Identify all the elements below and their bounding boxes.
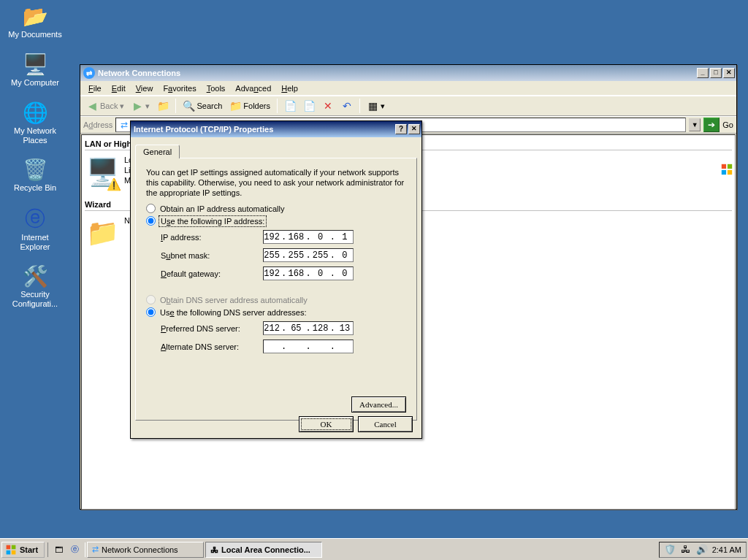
up-folder-icon: 📁 [157, 100, 169, 112]
ok-button[interactable]: OK [299, 416, 354, 432]
svg-rect-1 [728, 164, 732, 169]
internet-explorer-icon: ⓔ [23, 207, 47, 231]
delete-button[interactable]: ✕ [319, 99, 337, 113]
forward-button[interactable]: ▶ ▾ [129, 99, 153, 113]
lan-connection-icon: 🖥️⚠️ [85, 155, 120, 190]
alternate-dns-label: Alternate DNS server: [161, 342, 263, 351]
radio-auto-dns [146, 295, 156, 304]
tray-clock[interactable]: 2:41 AM [712, 545, 741, 554]
up-button[interactable]: 📁 [154, 99, 172, 113]
wizard-icon: 📁 [85, 215, 120, 250]
nc-titlebar[interactable]: ⇄ Network Connections _ □ ✕ [80, 65, 736, 81]
folders-button[interactable]: 📁Folders [226, 99, 273, 113]
quick-launch: 🗔 ⓔ [47, 542, 85, 557]
minimize-button[interactable]: _ [697, 68, 709, 78]
back-arrow-icon: ◀ [86, 100, 98, 112]
desktop-icon-my-computer[interactable]: 🖥️ My Computer [7, 53, 63, 88]
back-button[interactable]: ◀Back ▾ [83, 99, 127, 113]
taskbar-button-network-connections[interactable]: ⇄ Network Connections [87, 542, 204, 558]
menu-help[interactable]: Help [276, 83, 303, 94]
menu-file[interactable]: File [83, 83, 107, 94]
dlg-tabstrip: General [135, 142, 417, 158]
preferred-dns-row: Preferred DNS server: 212.65.128.13 [161, 321, 406, 335]
show-desktop-icon[interactable]: 🗔 [51, 542, 66, 557]
network-places-icon: 🌐 [23, 101, 47, 124]
radio-manual-dns[interactable] [146, 307, 156, 317]
dlg-title: Internet Protocol (TCP/IP) Properties [134, 125, 273, 134]
cancel-button[interactable]: Cancel [358, 416, 413, 432]
svg-rect-0 [722, 164, 726, 169]
close-button[interactable]: ✕ [723, 68, 735, 78]
tray-security-icon[interactable]: 🛡️ [664, 544, 676, 556]
svg-rect-5 [12, 545, 16, 549]
alternate-dns-input[interactable]: ... [263, 340, 354, 353]
network-connections-icon: ⇄ [83, 67, 95, 79]
views-button[interactable]: ▦ ▾ [364, 99, 388, 113]
menu-advanced[interactable]: Advanced [230, 83, 276, 94]
desktop-icon-label: Security Configurati... [7, 290, 63, 309]
start-button[interactable]: Start [1, 542, 45, 558]
subnet-mask-input[interactable]: 255.255.255.0 [263, 248, 354, 262]
undo-icon: ↶ [341, 100, 353, 112]
radio-auto-ip[interactable] [146, 204, 156, 213]
windows-flag-icon [719, 163, 735, 176]
copy-to-button[interactable]: 📄 [300, 99, 318, 113]
search-button[interactable]: 🔍Search [180, 99, 225, 113]
desktop-icon-label: My Documents [7, 30, 63, 39]
network-connections-icon: ⇄ [92, 545, 99, 554]
undo-button[interactable]: ↶ [338, 99, 356, 113]
folders-icon: 📁 [229, 100, 241, 112]
desktop-icon-label: Internet Explorer [7, 233, 63, 252]
gateway-label: Default gateway: [161, 269, 263, 278]
dlg-tabpanel: You can get IP settings assigned automat… [135, 158, 417, 421]
desktop-icon-my-documents[interactable]: 📂 My Documents [7, 4, 63, 39]
menu-view[interactable]: View [131, 83, 159, 94]
views-icon: ▦ [367, 100, 378, 112]
desktop-icon-my-network-places[interactable]: 🌐 My Network Places [7, 101, 63, 145]
delete-icon: ✕ [322, 100, 334, 112]
folder-documents-icon: 📂 [23, 4, 47, 28]
gateway-input[interactable]: 192.168.0.0 [263, 266, 354, 280]
subnet-mask-label: Subnet mask: [161, 251, 263, 260]
nc-toolbar: ◀Back ▾ ▶ ▾ 📁 🔍Search 📁Folders 📄 📄 ✕ ↶ ▦… [80, 96, 736, 116]
menu-tools[interactable]: Tools [202, 83, 231, 94]
dlg-titlebar[interactable]: Internet Protocol (TCP/IP) Properties ? … [131, 121, 421, 137]
menu-edit[interactable]: Edit [107, 83, 131, 94]
maximize-button[interactable]: □ [710, 68, 722, 78]
nc-title: Network Connections [98, 69, 180, 77]
preferred-dns-input[interactable]: 212.65.128.13 [263, 321, 354, 335]
svg-rect-3 [728, 170, 732, 174]
search-icon: 🔍 [183, 100, 194, 112]
radio-auto-ip-row[interactable]: Obtain an IP address automatically [146, 204, 406, 213]
tcpip-properties-dialog: Internet Protocol (TCP/IP) Properties ? … [130, 120, 422, 439]
desktop-icon-recycle-bin[interactable]: 🗑️ Recycle Bin [7, 158, 63, 193]
move-to-icon: 📄 [284, 100, 296, 112]
desktop-icon-internet-explorer[interactable]: ⓔ Internet Explorer [7, 207, 63, 252]
tab-general[interactable]: General [135, 145, 180, 158]
move-to-button[interactable]: 📄 [281, 99, 299, 113]
copy-to-icon: 📄 [303, 100, 315, 112]
security-config-icon: 🛠️ [23, 264, 47, 288]
radio-manual-ip-row[interactable]: Use the following IP address: [146, 216, 406, 226]
svg-rect-2 [722, 170, 726, 174]
alternate-dns-row: Alternate DNS server: ... [161, 340, 406, 353]
recycle-bin-icon: 🗑️ [23, 158, 47, 181]
dlg-close-button[interactable]: ✕ [408, 124, 420, 134]
radio-manual-ip[interactable] [146, 216, 156, 226]
go-button[interactable]: ➔ [703, 118, 720, 132]
menu-favorites[interactable]: Favorites [158, 83, 201, 94]
lan-connection-icon: 🖧 [210, 545, 218, 554]
advanced-button[interactable]: Advanced... [351, 396, 406, 413]
desktop-icon-label: Recycle Bin [7, 183, 63, 193]
taskbar: Start 🗔 ⓔ ⇄ Network Connections 🖧 Local … [0, 538, 748, 560]
radio-manual-dns-row[interactable]: Use the following DNS server addresses: [146, 307, 406, 317]
taskbar-button-lac[interactable]: 🖧 Local Area Connectio... [205, 542, 322, 558]
ip-address-input[interactable]: 192.168.0.1 [263, 230, 354, 244]
address-dropdown[interactable]: ▼ [689, 118, 701, 131]
help-button[interactable]: ? [395, 124, 407, 134]
ie-quicklaunch-icon[interactable]: ⓔ [67, 542, 82, 557]
preferred-dns-label: Preferred DNS server: [161, 324, 263, 333]
tray-network-icon[interactable]: 🖧 [680, 544, 692, 556]
desktop-icon-security-config[interactable]: 🛠️ Security Configurati... [7, 264, 63, 309]
tray-volume-icon[interactable]: 🔊 [696, 544, 708, 556]
